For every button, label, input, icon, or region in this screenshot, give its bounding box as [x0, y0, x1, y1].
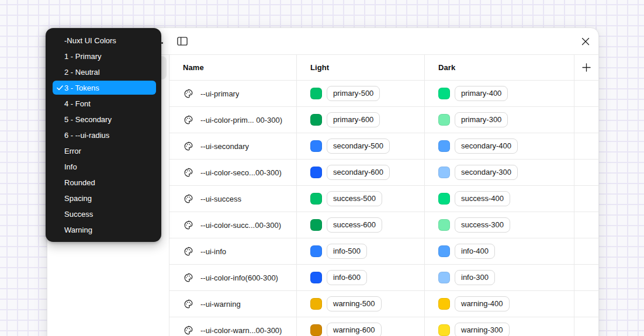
color-swatch[interactable] [438, 167, 450, 178]
color-swatch[interactable] [310, 245, 322, 257]
dark-value-cell[interactable]: info-300 [424, 265, 574, 290]
alias-badge[interactable]: secondary-500 [327, 138, 390, 154]
dark-value-cell[interactable]: success-300 [424, 212, 574, 238]
table-row[interactable]: --ui-color-seco...00-300) secondary-600 … [169, 160, 598, 186]
table-row[interactable]: --ui-primary primary-500 primary-400 [169, 81, 598, 107]
light-value-cell[interactable]: info-600 [296, 265, 424, 290]
color-swatch[interactable] [438, 245, 450, 257]
alias-badge[interactable]: info-500 [327, 244, 367, 259]
variable-name-cell[interactable]: --ui-secondary [169, 133, 296, 159]
light-value-cell[interactable]: primary-600 [296, 107, 424, 133]
color-swatch[interactable] [310, 219, 322, 231]
variable-name-cell[interactable]: --ui-color-warn...00-300) [169, 317, 296, 336]
dark-value-cell[interactable]: secondary-400 [424, 133, 574, 159]
dark-value-cell[interactable]: warning-300 [424, 317, 574, 336]
alias-badge[interactable]: success-600 [327, 217, 382, 233]
color-swatch[interactable] [310, 114, 322, 126]
dark-value-cell[interactable]: primary-300 [424, 107, 574, 133]
table-row[interactable]: --ui-color-prim... 00-300) primary-600 p… [169, 107, 598, 133]
alias-badge[interactable]: success-400 [455, 191, 510, 206]
menu-item[interactable]: 3 - Tokens [46, 81, 161, 96]
alias-badge[interactable]: info-400 [455, 244, 495, 259]
alias-badge[interactable]: info-300 [455, 270, 495, 285]
menu-item[interactable]: 5 - Secondary [46, 112, 161, 127]
light-value-cell[interactable]: secondary-500 [296, 133, 424, 159]
alias-badge[interactable]: primary-600 [327, 112, 380, 127]
alias-badge[interactable]: warning-400 [455, 296, 510, 311]
light-value-cell[interactable]: success-500 [296, 186, 424, 212]
menu-item[interactable]: Info [46, 160, 161, 175]
color-swatch[interactable] [438, 298, 450, 310]
table-row[interactable]: --ui-success success-500 success-400 [169, 186, 598, 212]
light-value-cell[interactable]: warning-600 [296, 317, 424, 336]
add-mode-button[interactable] [579, 60, 594, 75]
dark-value-cell[interactable]: warning-400 [424, 291, 574, 317]
light-value-cell[interactable]: success-600 [296, 212, 424, 238]
variable-name: --ui-primary [200, 89, 239, 98]
menu-item[interactable]: Success [46, 207, 161, 222]
menu-item[interactable]: 6 - --ui-radius [46, 128, 161, 143]
table-row[interactable]: --ui-info info-500 info-400 [169, 238, 598, 265]
color-swatch[interactable] [310, 140, 322, 152]
table-row[interactable]: --ui-color-info(600-300) info-600 info-3… [169, 265, 598, 291]
menu-item[interactable]: Rounded [46, 175, 161, 190]
table-row[interactable]: --ui-warning warning-500 warning-400 [169, 291, 598, 317]
menu-item[interactable]: Error [46, 144, 161, 159]
alias-badge[interactable]: secondary-600 [327, 165, 390, 180]
alias-badge[interactable]: primary-400 [455, 86, 508, 101]
alias-badge[interactable]: warning-300 [455, 323, 510, 336]
menu-item[interactable]: 4 - Font [46, 96, 161, 112]
light-value-cell[interactable]: primary-500 [296, 81, 424, 106]
variable-name-cell[interactable]: --ui-primary [169, 81, 296, 106]
alias-badge[interactable]: secondary-400 [455, 138, 518, 154]
variable-name-cell[interactable]: --ui-color-prim... 00-300) [169, 107, 296, 133]
dark-value-cell[interactable]: success-400 [424, 186, 574, 212]
dark-value-cell[interactable]: primary-400 [424, 81, 574, 106]
color-swatch[interactable] [310, 193, 322, 205]
check-icon [53, 196, 64, 201]
variable-name-cell[interactable]: --ui-success [169, 186, 296, 212]
light-value-cell[interactable]: warning-500 [296, 291, 424, 317]
close-button[interactable] [578, 34, 593, 49]
color-swatch[interactable] [438, 114, 450, 126]
alias-badge[interactable]: primary-500 [327, 86, 380, 101]
variable-name-cell[interactable]: --ui-info [169, 238, 296, 264]
alias-badge[interactable]: warning-500 [327, 296, 382, 311]
alias-badge[interactable]: secondary-300 [455, 165, 518, 180]
color-swatch[interactable] [310, 298, 322, 310]
light-value-cell[interactable]: secondary-600 [296, 160, 424, 185]
dark-value-cell[interactable]: secondary-300 [424, 160, 574, 185]
color-swatch[interactable] [310, 272, 322, 283]
table-row[interactable]: --ui-color-succ...00-300) success-600 su… [169, 212, 598, 238]
alias-badge[interactable]: success-300 [455, 217, 510, 233]
color-swatch[interactable] [310, 88, 322, 99]
variable-name-cell[interactable]: --ui-color-info(600-300) [169, 265, 296, 290]
alias-badge[interactable]: success-500 [327, 191, 382, 206]
color-swatch[interactable] [438, 272, 450, 283]
color-swatch[interactable] [438, 219, 450, 231]
table-row[interactable]: --ui-secondary secondary-500 secondary-4… [169, 133, 598, 160]
menu-item[interactable]: Warning [46, 223, 161, 238]
variable-name-cell[interactable]: --ui-warning [169, 291, 296, 317]
alias-badge[interactable]: primary-300 [455, 112, 508, 127]
color-swatch[interactable] [310, 324, 322, 336]
empty-cell [574, 212, 598, 238]
menu-item[interactable]: 2 - Neutral [46, 65, 161, 80]
variable-name-cell[interactable]: --ui-color-seco...00-300) [169, 160, 296, 185]
alias-badge[interactable]: info-600 [327, 270, 367, 285]
menu-item[interactable]: -Nuxt UI Colors [46, 33, 161, 49]
table-row[interactable]: --ui-color-warn...00-300) warning-600 wa… [169, 317, 598, 336]
menu-item[interactable]: 1 - Primary [46, 49, 161, 64]
check-icon [53, 133, 64, 138]
sidebar-toggle-button[interactable] [175, 34, 190, 49]
color-swatch[interactable] [438, 140, 450, 152]
color-swatch[interactable] [310, 167, 322, 178]
light-value-cell[interactable]: info-500 [296, 238, 424, 264]
color-swatch[interactable] [438, 193, 450, 205]
color-swatch[interactable] [438, 88, 450, 99]
variable-name-cell[interactable]: --ui-color-succ...00-300) [169, 212, 296, 238]
alias-badge[interactable]: warning-600 [327, 323, 382, 336]
menu-item[interactable]: Spacing [46, 191, 161, 206]
dark-value-cell[interactable]: info-400 [424, 238, 574, 264]
color-swatch[interactable] [438, 324, 450, 336]
